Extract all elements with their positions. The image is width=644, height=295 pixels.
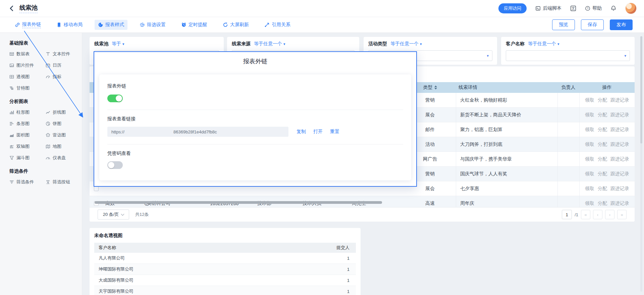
chevron-down-icon [624,54,626,58]
tab-report-style[interactable]: 报表样式 [95,20,127,30]
sidebar-item-pivot[interactable]: 透视图 [9,74,46,80]
claim-action[interactable]: 领取 [585,141,594,148]
open-link-button[interactable]: 打开 [313,129,323,135]
sidebar-item-gauge[interactable]: 仪表盘 [46,155,82,161]
tab-mobile-layout[interactable]: 移动布局 [53,20,86,30]
sidebar-item-data-table[interactable]: 数据表 [9,51,46,57]
filter-select[interactable] [506,50,630,61]
modal-panel: 报表外链 报表查看链接 https:// 86369b28f1e4dd7fb8c… [99,74,411,180]
external-link-toggle[interactable] [107,95,123,102]
cell-detail: 与国庆甲子，携手美华章 [456,152,557,167]
column-header-owner: 负责人 [557,82,579,93]
sidebar-item-gantt[interactable]: 甘特图 [9,85,46,91]
filter-operator[interactable]: 等于任意一个 [390,41,422,47]
cell-actions: 领取 分配 跟进记录 [579,122,635,137]
copy-link-button[interactable]: 复制 [297,129,306,135]
pivot-row: 天宇国际有限公司 1 [94,286,356,295]
back-icon[interactable] [7,4,16,13]
url-prefix: https:// [111,129,124,134]
sidebar-item-indicator[interactable]: 指标 [46,74,82,80]
assign-action[interactable]: 分配 [598,141,607,148]
publish-button[interactable]: 发布 [610,19,633,30]
filter-widget-customer-name[interactable]: 客户名称 等于任意一个 [501,37,635,65]
tab-screen-refresh[interactable]: 大屏刷新 [219,20,252,30]
last-page-button[interactable] [617,210,627,219]
claim-action[interactable]: 领取 [585,171,594,177]
sidebar-item-map[interactable]: 地图 [46,143,82,150]
followup-record-action[interactable]: 跟进记录 [610,112,629,118]
current-page-input[interactable]: 1 [562,210,572,219]
pivot-row: 凡人有限公司 1 [94,253,356,264]
filter-operator[interactable]: 等于 [112,41,124,47]
assign-action[interactable]: 分配 [598,97,607,103]
prev-page-button[interactable] [593,210,602,219]
filter-operator[interactable]: 等于任意一个 [254,41,285,47]
app-access-button[interactable]: 应用访问 [498,3,527,13]
row-checkbox[interactable] [94,186,99,191]
avatar[interactable] [625,3,637,14]
tab-timed-reminder[interactable]: 定时提醒 [178,20,211,30]
tab-report-external-link[interactable]: 报表外链 [11,19,44,30]
claim-action[interactable]: 领取 [585,200,594,206]
first-page-button[interactable] [581,210,590,219]
sidebar-item-filter-button[interactable]: 筛选按钮 [46,179,82,185]
vertical-scrollbar[interactable] [640,36,642,292]
sidebar-item-line-chart[interactable]: 折线图 [46,109,82,115]
password-view-toggle[interactable] [107,161,123,169]
claim-action[interactable]: 领取 [585,127,594,133]
horizontal-scrollbar-thumb[interactable] [95,201,382,204]
assign-action[interactable]: 分配 [598,156,607,162]
sidebar-item-funnel-chart[interactable]: 漏斗图 [9,155,46,161]
link-icon [15,22,20,27]
assign-action[interactable]: 分配 [598,127,607,133]
tab-filter-settings[interactable]: 筛选设置 [136,20,169,30]
cell-owner [557,108,579,122]
filter-label: 线索池 [94,41,108,47]
followup-record-action[interactable]: 跟进记录 [610,200,629,206]
backend-script-button[interactable]: 后端脚本 [535,5,561,11]
tab-reference-relations[interactable]: 引用关系 [261,20,294,30]
sidebar-item-calendar[interactable]: 日历 [46,62,82,68]
assign-action[interactable]: 分配 [598,186,607,192]
claim-action[interactable]: 领取 [585,112,594,118]
followup-record-action[interactable]: 跟进记录 [610,127,629,133]
sidebar-item-area-chart[interactable]: 面积图 [9,132,46,138]
page-size-select[interactable]: 20 条/页 [98,210,129,220]
report-link-field[interactable]: https:// 86369b28f1e4dd7fb8c [107,127,288,137]
language-icon[interactable]: 文 [570,5,576,11]
sidebar-item-bar-chart[interactable]: 条形图 [9,121,46,127]
followup-record-action[interactable]: 跟进记录 [610,186,629,192]
reset-link-button[interactable]: 重置 [330,129,339,135]
preview-button[interactable]: 预览 [552,19,575,30]
sidebar-item-filter-condition[interactable]: 筛选条件 [9,179,46,185]
toolbar-tabs: 报表外链 移动布局 报表样式 筛选设置 定时提醒 大屏刷新 [11,19,294,30]
bell-icon[interactable] [610,5,616,11]
assign-action[interactable]: 分配 [598,112,607,118]
followup-record-action[interactable]: 跟进记录 [610,171,629,177]
sidebar-item-radar-chart[interactable]: 雷达图 [46,132,82,138]
filter-operator[interactable]: 等于任意一个 [528,41,559,47]
indicator-icon [46,74,50,79]
followup-record-action[interactable]: 跟进记录 [610,141,629,148]
text-widget-icon [46,52,50,56]
claim-action[interactable]: 领取 [585,186,594,192]
claim-action[interactable]: 领取 [585,156,594,162]
sidebar-item-column-chart[interactable]: 柱形图 [9,109,46,115]
followup-record-action[interactable]: 跟进记录 [610,97,629,103]
followup-record-action[interactable]: 跟进记录 [610,156,629,162]
claim-action[interactable]: 领取 [585,97,594,103]
cell-detail: 周年庆 [456,196,557,207]
sidebar-item-image-widget[interactable]: 图片控件 [9,62,46,68]
cell-owner [557,196,579,207]
sort-icon[interactable] [434,85,437,90]
sidebar-item-pie-chart[interactable]: 饼图 [46,121,82,127]
sidebar-item-dual-axis-chart[interactable]: 双轴图 [9,143,46,150]
next-page-button[interactable] [605,210,614,219]
line-chart-icon [46,110,50,115]
assign-action[interactable]: 分配 [598,171,607,177]
help-button[interactable]: ? 帮助 [585,5,602,11]
save-button[interactable]: 保存 [581,19,604,30]
vertical-scrollbar-thumb[interactable] [640,36,642,143]
assign-action[interactable]: 分配 [598,200,607,206]
sidebar-item-text-widget[interactable]: 文本控件 [46,51,82,57]
